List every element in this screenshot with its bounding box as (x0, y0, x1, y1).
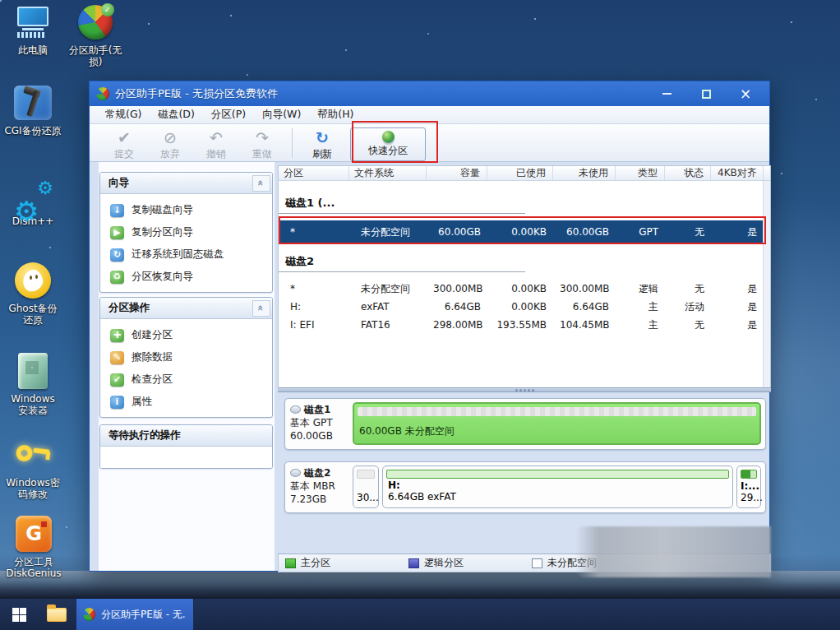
this-pc-icon (17, 3, 48, 41)
desktop-icon-diskgenius[interactable]: G 分区工具 DiskGenius (3, 515, 64, 580)
undo-button[interactable]: ↶ 撤销 (193, 126, 239, 161)
desktop-icon-dism[interactable]: ⚙⚙ Dism++ (7, 174, 59, 227)
properties-info-icon: i (110, 396, 124, 409)
copy-disk-icon: ↓ (110, 204, 124, 217)
pending-operations-empty (100, 447, 272, 468)
menu-bar: 常规(G) 磁盘(D) 分区(P) 向导(W) 帮助(H) (90, 106, 769, 124)
primary-partition-chip (285, 558, 296, 568)
table-row-disk2-h[interactable]: H: exFAT 6.64GB 0.00KB 6.64GB 主 活动 是 (279, 298, 770, 316)
menu-wizard[interactable]: 向导(W) (255, 106, 308, 123)
disk1-size: 60.00GB (290, 429, 353, 442)
partition-assistant-window: 分区助手PE版 - 无损分区免费软件 × 常规(G) 磁盘(D) 分区(P) 向… (89, 81, 770, 572)
sidebar-item-partition-recovery[interactable]: ♻ 分区恢复向导 (100, 266, 272, 288)
collapse-chevron-icon[interactable]: « (252, 175, 270, 192)
minimize-button[interactable] (656, 86, 677, 102)
unallocated-chip (532, 558, 542, 568)
pending-operations-header[interactable]: 等待执行的操作 « (100, 425, 272, 447)
disk-icon (290, 469, 301, 477)
col-filesystem[interactable]: 文件系统 (349, 166, 427, 180)
sidebar: 向导 « ↓ 复制磁盘向导 ▶ 复制分区向导 ↻ (99, 162, 275, 571)
table-row-disk1-unallocated[interactable]: * 未分配空间 60.00GB 0.00KB 60.00GB GPT 无 是 (279, 220, 770, 243)
menu-partition[interactable]: 分区(P) (204, 106, 253, 123)
refresh-button[interactable]: ↻ 刷新 (299, 126, 345, 161)
discard-button[interactable]: ⊘ 放弃 (147, 126, 193, 161)
disk1-type: 基本 GPT (290, 416, 353, 429)
menu-general[interactable]: 常规(G) (98, 106, 149, 123)
col-type[interactable]: 类型 (616, 166, 665, 180)
menu-help[interactable]: 帮助(H) (310, 106, 361, 123)
redo-button[interactable]: ↷ 重做 (239, 126, 285, 161)
partition-ops-header[interactable]: 分区操作 « (100, 298, 272, 319)
refresh-icon: ↻ (316, 127, 329, 147)
start-button[interactable] (0, 599, 38, 630)
window-title: 分区助手PE版 - 无损分区免费软件 (115, 86, 656, 101)
recovery-icon: ♻ (110, 271, 124, 284)
toolbar: ✔ 提交 ⊘ 放弃 ↶ 撤销 ↷ 重做 ↻ 刷新 快速分区 (90, 124, 769, 162)
collapse-chevron-icon[interactable]: « (252, 300, 270, 317)
check-partition-icon: ✔ (110, 373, 124, 387)
col-status[interactable]: 状态 (665, 166, 711, 180)
disk1-card[interactable]: 磁盘1 基本 GPT 60.00GB 60.00GB 未分配空间 (284, 398, 766, 450)
toolbar-separator (292, 128, 293, 158)
sidebar-item-create-partition[interactable]: ✚ 创建分区 (100, 324, 272, 346)
dism-gears-icon: ⚙⚙ (14, 174, 52, 212)
taskbar-active-task[interactable]: 分区助手PE版 - 无... (76, 599, 194, 630)
window-titlebar[interactable]: 分区助手PE版 - 无损分区免费软件 × (90, 81, 769, 106)
close-button[interactable]: × (735, 86, 756, 102)
windows-logo-icon (12, 608, 26, 622)
table-row-disk2-unallocated[interactable]: * 未分配空间 300.00MB 0.00KB 300.00MB 逻辑 无 是 (279, 280, 770, 298)
disk2-h-segment[interactable]: H:6.64GB exFAT (382, 466, 733, 508)
sidebar-item-erase-data[interactable]: ✎ 擦除数据 (100, 346, 272, 368)
disk1-group-label[interactable]: 磁盘1 (... (279, 194, 525, 214)
col-capacity[interactable]: 容量 (427, 166, 487, 180)
desktop-icon-windows-password[interactable]: Windows密码修改 (5, 436, 61, 501)
file-explorer-button[interactable] (38, 599, 76, 630)
sidebar-item-properties[interactable]: i 属性 (100, 391, 272, 413)
disk1-unallocated-segment[interactable]: 60.00GB 未分配空间 (353, 402, 761, 445)
col-unused[interactable]: 未使用 (553, 166, 616, 180)
partition-assistant-icon: ✓ (78, 3, 113, 41)
desktop-icon-label: 分区工具 DiskGenius (3, 556, 64, 580)
desktop-icon-partition-assistant[interactable]: ✓ 分区助手(无损) (66, 3, 125, 68)
disk2-card[interactable]: 磁盘2 基本 MBR 7.23GB 30... H:6.64GB ex (284, 461, 766, 513)
app-icon (83, 608, 95, 621)
wizard-panel-header[interactable]: 向导 « (100, 173, 272, 194)
disk2-type: 基本 MBR (290, 479, 353, 493)
desktop-icon-cgi-backup[interactable]: CGI备份还原 (2, 84, 64, 137)
table-header-row: 分区 文件系统 容量 已使用 未使用 类型 状态 4KB对齐 (279, 166, 770, 181)
quick-partition-icon (382, 131, 395, 143)
migrate-system-icon: ↻ (110, 248, 124, 262)
legend-logical: 逻辑分区 (408, 556, 532, 570)
sidebar-item-check-partition[interactable]: ✔ 检查分区 (100, 368, 272, 391)
windows-installer-icon (18, 352, 48, 390)
disk-icon (290, 405, 301, 414)
commit-button[interactable]: ✔ 提交 (101, 126, 147, 161)
desktop-icon-label: Windows密码修改 (5, 477, 61, 501)
sidebar-item-copy-partition-wizard[interactable]: ▶ 复制分区向导 (100, 221, 272, 243)
desktop-icon-windows-installer[interactable]: Windows安装器 (7, 352, 59, 417)
table-row-disk2-i-efi[interactable]: I: EFI FAT16 298.00MB 193.55MB 104.45MB … (279, 316, 770, 334)
col-4kb[interactable]: 4KB对齐 (711, 166, 764, 180)
create-partition-icon: ✚ (110, 329, 124, 342)
desktop-icon-ghost-backup[interactable]: Ghost备份还原 (5, 262, 61, 327)
maximize-button[interactable] (695, 86, 717, 102)
desktop-icon-label: 分区助手(无损) (66, 44, 125, 68)
desktop-icon-label: 此电脑 (18, 44, 48, 56)
legend-primary: 主分区 (285, 556, 408, 570)
sidebar-item-migrate-to-ssd[interactable]: ↻ 迁移系统到固态磁盘 (100, 243, 272, 266)
folder-icon (47, 608, 67, 622)
cgi-backup-icon (14, 84, 52, 122)
menu-disk[interactable]: 磁盘(D) (150, 106, 201, 123)
copy-partition-icon: ▶ (110, 226, 124, 239)
col-used[interactable]: 已使用 (487, 166, 553, 180)
col-partition[interactable]: 分区 (279, 166, 349, 180)
desktop-icon-this-pc[interactable]: 此电脑 (7, 3, 59, 56)
table-scrollbar[interactable] (763, 181, 770, 387)
disk2-unallocated-segment[interactable]: 30... (353, 466, 379, 508)
sidebar-item-copy-disk-wizard[interactable]: ↓ 复制磁盘向导 (100, 199, 272, 221)
wizard-panel: 向导 « ↓ 复制磁盘向导 ▶ 复制分区向导 ↻ (99, 172, 273, 293)
quick-partition-button[interactable]: 快速分区 (350, 127, 426, 161)
disk2-group-label[interactable]: 磁盘2 (279, 252, 525, 272)
disk2-i-segment[interactable]: I:...29... (736, 466, 761, 508)
taskbar: 分区助手PE版 - 无... (0, 599, 840, 630)
